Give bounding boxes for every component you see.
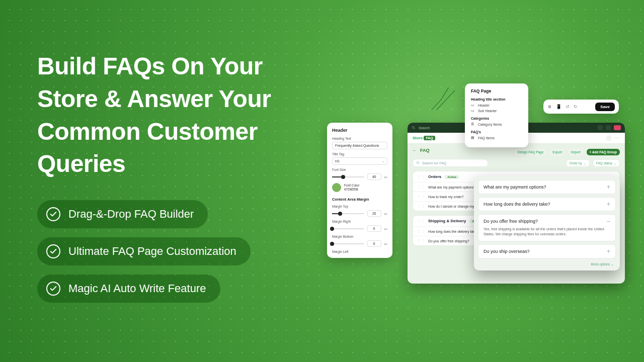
search-icon	[416, 161, 420, 165]
preview-question: How long does the delivery take?	[484, 202, 550, 207]
faq-question: What are my payment options?	[428, 186, 475, 189]
preview-question: Do you ship overseas?	[484, 249, 530, 254]
notification-icon[interactable]	[598, 125, 603, 130]
drag-handle-icon[interactable]: ⋮⋮	[417, 229, 425, 233]
margin-bottom-slider[interactable]	[332, 243, 364, 244]
faq-question: How to track my order?	[428, 195, 463, 199]
subheader-icon: ▭	[471, 109, 475, 113]
popup-section-title: FAQ's	[471, 130, 522, 134]
feature-label: Magic AI Auto Write Feature	[68, 282, 206, 295]
feature-pill: Magic AI Auto Write Feature	[37, 275, 220, 303]
order-by-filter[interactable]: Order by⌄	[566, 159, 590, 167]
mobile-icon[interactable]: 📱	[556, 104, 561, 109]
popup-item-subheader[interactable]: ▭Sub Header	[471, 109, 522, 113]
mock-cluster: Header Heading Text Frequently Asked Que…	[327, 80, 629, 302]
check-icon	[46, 282, 60, 296]
heading-text-label: Heading Text	[332, 137, 387, 140]
hero: Build FAQs On Your Store & Answer Your C…	[37, 50, 319, 180]
popup-item-header[interactable]: ▭Header	[471, 103, 522, 107]
brand-logo: StoreFAQ	[413, 136, 435, 140]
breadcrumb[interactable]: ← FAQ	[413, 148, 430, 153]
faq-status-filter[interactable]: FAQ status⌄	[593, 159, 620, 167]
title-tag-select[interactable]: H1	[332, 157, 387, 165]
status-badge: Active	[444, 175, 459, 179]
margin-top-slider[interactable]	[332, 213, 364, 214]
design-faq-page-button[interactable]: Design FAQ Page	[514, 149, 546, 155]
font-color-label: Font Color #7DB55B	[344, 184, 359, 192]
heading-text-input[interactable]: Frequently Asked Questions	[332, 142, 387, 149]
more-options-link[interactable]: More options ⌄	[591, 262, 614, 266]
more-icon[interactable]: ⋯	[614, 135, 620, 141]
feature-pill: Ultimate FAQ Page Customization	[37, 237, 251, 265]
faq-icon: ▤	[471, 136, 475, 140]
group-title: Orders	[428, 174, 441, 179]
drag-handle-icon[interactable]: ⋮⋮	[417, 195, 425, 199]
redo-icon[interactable]: ↻	[574, 104, 578, 109]
accordion-item-open[interactable]: Do you offer free shipping?– Yes, free s…	[478, 214, 616, 241]
panel-title: Header	[332, 128, 387, 133]
accordion-item[interactable]: What are my payment options?+	[478, 180, 616, 194]
accordion-item[interactable]: How long does the delivery take?+	[478, 197, 616, 211]
save-button[interactable]: Save	[595, 103, 615, 111]
header-icon: ▭	[471, 103, 475, 107]
margin-right-label: Margin Right	[332, 220, 387, 223]
margin-right-slider[interactable]	[332, 228, 364, 229]
check-icon	[46, 244, 60, 258]
content-area-margin-title: Content Area Margin	[332, 197, 387, 202]
font-color-value: #7DB55B	[344, 188, 359, 192]
font-size-value[interactable]: 40	[367, 173, 381, 180]
font-size-label: Font Size	[332, 168, 387, 171]
svg-point-0	[412, 126, 414, 128]
title-tag-label: Title Tag	[332, 152, 387, 156]
drag-handle-icon[interactable]: ⋮⋮	[417, 204, 425, 208]
feature-pills: Drag-&-Drop FAQ Builder Ultimate FAQ Pag…	[37, 200, 251, 303]
font-color-swatch[interactable]	[332, 183, 341, 192]
popup-item-categories[interactable]: ☰Category Items	[471, 122, 522, 126]
faq-question: How long does the delivery take?	[428, 230, 478, 233]
preview-question: What are my payment options?	[484, 185, 546, 190]
pin-icon[interactable]	[606, 136, 611, 141]
drag-handle-icon[interactable]: ⋮⋮	[417, 219, 425, 223]
hero-title: Build FAQs On Your Store & Answer Your C…	[37, 50, 319, 180]
margin-left-label: Margin Left	[332, 250, 387, 253]
drag-handle-icon[interactable]: ⋮⋮	[417, 185, 425, 189]
svg-point-1	[417, 161, 419, 163]
accordion-item[interactable]: Do you ship overseas?+	[478, 244, 616, 258]
faq-question: Do you offer free shipping?	[428, 239, 469, 243]
preview-answer: Yes, free shipping is available for all …	[484, 227, 610, 237]
group-title: Shipping & Delivery	[428, 219, 466, 223]
back-arrow-icon[interactable]: ←	[413, 148, 417, 153]
category-icon: ☰	[471, 122, 475, 126]
import-button[interactable]: Import	[568, 149, 583, 155]
undo-icon[interactable]: ↺	[566, 104, 570, 109]
header-settings-panel: Header Heading Text Frequently Asked Que…	[327, 123, 392, 258]
topbar-search-placeholder[interactable]: Search	[419, 126, 430, 130]
drag-handle-icon[interactable]: ⋮⋮	[417, 175, 425, 179]
add-faq-group-button[interactable]: + Add FAQ Group	[587, 149, 620, 155]
feature-pill: Drag-&-Drop FAQ Builder	[37, 200, 208, 228]
avatar[interactable]	[614, 125, 621, 130]
popup-section-title: Categories	[471, 117, 522, 120]
export-button[interactable]: Export	[549, 149, 565, 155]
margin-bottom-value[interactable]: 0	[367, 240, 381, 247]
margin-top-label: Margin Top	[332, 205, 387, 208]
desktop-icon[interactable]: 🖥	[547, 104, 552, 109]
font-size-slider[interactable]	[332, 176, 364, 177]
breadcrumb-label: FAQ	[420, 148, 430, 153]
search-icon	[412, 126, 416, 130]
page-actions: Design FAQ Page Export Import + Add FAQ …	[514, 149, 620, 155]
feature-label: Ultimate FAQ Page Customization	[68, 245, 236, 258]
unit-px: px	[384, 175, 387, 178]
help-icon[interactable]	[606, 125, 611, 130]
popup-item-faqitems[interactable]: ▤FAQ Items	[471, 136, 522, 140]
faq-search-input[interactable]: Search for FAQ	[413, 159, 488, 167]
decorative-stroke	[431, 85, 461, 111]
faq-preview-overlay: What are my payment options?+ How long d…	[474, 176, 620, 270]
popup-section-title: Heading title section	[471, 98, 522, 101]
drag-handle-icon[interactable]: ⋮⋮	[417, 239, 425, 243]
popup-title: FAQ Page	[471, 88, 522, 94]
device-toolbar: 🖥 📱 ↺ ↻ Save	[543, 100, 619, 114]
margin-right-value[interactable]: 0	[367, 225, 381, 232]
margin-top-value[interactable]: 20	[367, 210, 381, 217]
margin-bottom-label: Margin Bottom	[332, 235, 387, 238]
